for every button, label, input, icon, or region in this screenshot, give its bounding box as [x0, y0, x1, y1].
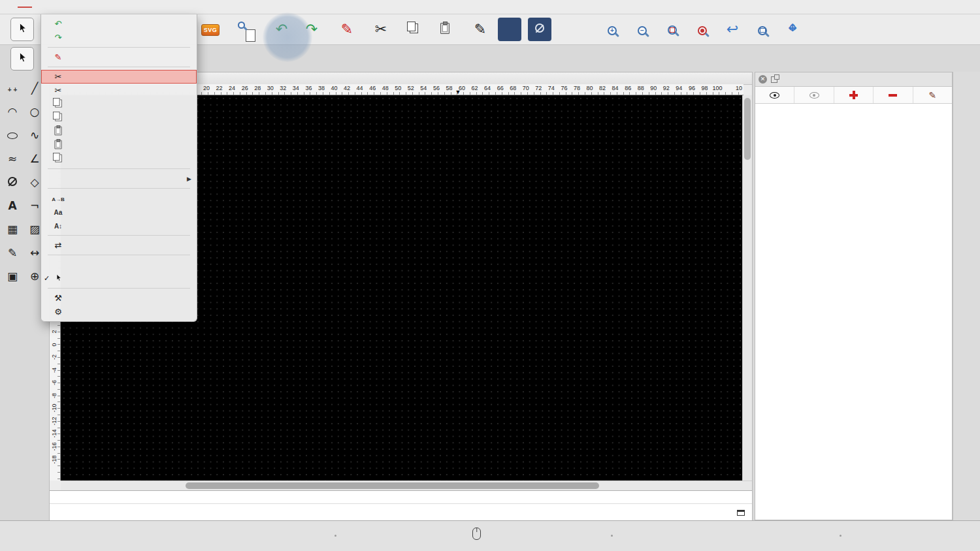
ruler-label: 68 — [510, 85, 516, 91]
add-layer-button[interactable] — [834, 87, 874, 103]
zoom-previous-icon: ↩ — [727, 22, 738, 37]
ruler-marker-icon: ▼ — [455, 89, 461, 95]
command-line — [50, 503, 752, 521]
remove-layer-button[interactable] — [874, 87, 913, 103]
horizontal-scroll-thumb[interactable] — [186, 482, 599, 489]
vertical-scroll-thumb[interactable] — [744, 98, 751, 160]
vertical-scrollbar[interactable] — [742, 95, 752, 480]
menu-separator — [48, 288, 190, 289]
print-preview-button[interactable] — [233, 16, 257, 42]
menu-item-couper[interactable]: ✂ — [41, 70, 197, 84]
tool-ellipse-button[interactable] — [2, 125, 23, 146]
text-icon: A — [8, 200, 16, 212]
zoom-in-button[interactable]: + — [600, 16, 625, 42]
mouse-icon — [472, 527, 481, 540]
menubar — [0, 0, 980, 14]
hatch-icon: ▨ — [29, 224, 40, 236]
menu-item-coller-ps[interactable] — [41, 125, 197, 138]
menu-item-reinitialise-qq[interactable]: ✓ — [41, 272, 197, 285]
zoom-auto-button[interactable] — [660, 16, 685, 42]
ruler-label: -4 — [51, 364, 57, 377]
cut-icon: ✂ — [375, 22, 387, 37]
svg-export-button[interactable]: SVG — [198, 16, 223, 42]
visibility-button[interactable] — [528, 18, 551, 41]
dimension-icon: ↔ — [30, 247, 39, 259]
ruler-label: 2 — [51, 325, 57, 338]
tool-hatch-circle-button[interactable] — [2, 172, 23, 193]
undo-icon: ↶ — [55, 19, 62, 29]
zoom-previous-button[interactable]: ↩ — [720, 16, 745, 42]
cut-button[interactable]: ✂ — [368, 16, 393, 42]
pan-icon: ↔↕ — [787, 22, 798, 37]
menu-item-copier-cp[interactable] — [41, 97, 197, 111]
layer-panel-header: ✕ — [755, 72, 952, 87]
menu-item-preferences-d-application[interactable]: ⚙ — [41, 305, 197, 319]
toggle-all-layers-button[interactable] — [755, 87, 794, 103]
tool-measure-button[interactable]: ✎ — [2, 243, 23, 264]
menu-item-modification-rapide[interactable]: ▶ — [41, 172, 197, 185]
ruler-label: 84 — [612, 85, 619, 91]
menu-item-convertir-unite-de-dessin-cu[interactable]: ⇄ — [41, 238, 197, 252]
menu-item-supprimer-er[interactable]: ✎ — [41, 50, 197, 64]
pen-button[interactable]: ✎ — [468, 16, 493, 42]
redo-icon: ↷ — [55, 33, 62, 42]
ruler-label: 94 — [676, 85, 682, 91]
pointer-button[interactable] — [10, 18, 34, 41]
ruler-label: 26 — [242, 85, 248, 91]
ruler-label: 30 — [267, 85, 274, 91]
toggle-construction-layers-button[interactable] — [794, 87, 834, 103]
zoom-select-button[interactable] — [690, 16, 715, 42]
tool-image-button[interactable]: ▦ — [2, 219, 23, 240]
grid-button[interactable] — [562, 16, 587, 42]
menu-item-annuler-coller-ps-oo[interactable]: ↶ — [41, 17, 197, 31]
tool-freehand-button[interactable]: ≈ — [2, 149, 23, 170]
menu-item-rechercher-remplacer-rp[interactable]: A→B — [41, 191, 197, 205]
command-input[interactable] — [57, 507, 734, 518]
menu-item-retablir-uu[interactable]: ↷ — [41, 31, 197, 44]
tool-arc-button[interactable]: ◠ — [2, 102, 23, 123]
zoom-out-button[interactable]: − — [630, 16, 655, 42]
ruler-label: 100 — [712, 85, 722, 91]
paste-icon — [440, 23, 449, 37]
menu-item-substituer-les-polices-ff[interactable]: Aa — [41, 205, 197, 219]
copy-button[interactable] — [401, 16, 426, 42]
submenu-arrow-icon: ▶ — [187, 176, 191, 182]
modify-layer-button[interactable]: ✎ — [913, 87, 952, 103]
horizontal-scrollbar[interactable] — [61, 480, 752, 490]
status-separator-dot — [611, 535, 613, 537]
status-separator-dot — [840, 535, 841, 537]
ruler-label: 70 — [523, 85, 529, 91]
tool-block-button[interactable]: ▣ — [2, 266, 23, 287]
tool-text-button[interactable]: A — [2, 196, 23, 217]
select-pointer-button[interactable] — [10, 47, 34, 71]
ruler-label: 50 — [395, 85, 401, 91]
paste-button[interactable] — [433, 16, 457, 42]
menu-item-couper-avec-reference-rt[interactable]: ✂ — [41, 84, 197, 97]
line-props-button[interactable] — [498, 18, 521, 41]
menu-item-echelle-hauteur-du-texte-mg[interactable]: A↕ — [41, 219, 197, 232]
cut-icon: ✂ — [55, 86, 62, 95]
zoom-window-button[interactable] — [750, 16, 775, 42]
statusbar — [0, 520, 980, 551]
float-panel-icon[interactable] — [771, 76, 777, 83]
menu-item-copier-avec-reference-rc[interactable] — [41, 111, 197, 125]
zoom-out-icon: − — [638, 24, 647, 35]
ruler-label: 80 — [586, 85, 593, 91]
cursor-highlight — [263, 12, 312, 62]
menu-item-preferences-de-dessin[interactable]: ⚒ — [41, 291, 197, 305]
tool-point-button[interactable]: + + — [2, 78, 23, 99]
menu-item-echapement[interactable] — [41, 258, 197, 272]
layer-list-panel: ✕ ✎ — [755, 72, 953, 520]
circle-icon: ○ — [30, 106, 40, 118]
close-panel-icon[interactable]: ✕ — [759, 75, 767, 84]
mouse-hint — [472, 527, 481, 541]
ruler-label: 72 — [535, 85, 542, 91]
command-expand-button[interactable] — [734, 507, 748, 518]
pan-button[interactable]: ↔↕ — [780, 16, 805, 42]
pen-icon: ✎ — [474, 22, 486, 37]
pointer-icon — [17, 52, 27, 66]
delete-button[interactable]: ✎ — [335, 16, 359, 42]
status-separator-dot — [335, 535, 336, 537]
menu-item-coller-le-long-de-l-entite-pe[interactable] — [41, 138, 197, 152]
menu-item-dupliquer-dp[interactable] — [41, 152, 197, 166]
